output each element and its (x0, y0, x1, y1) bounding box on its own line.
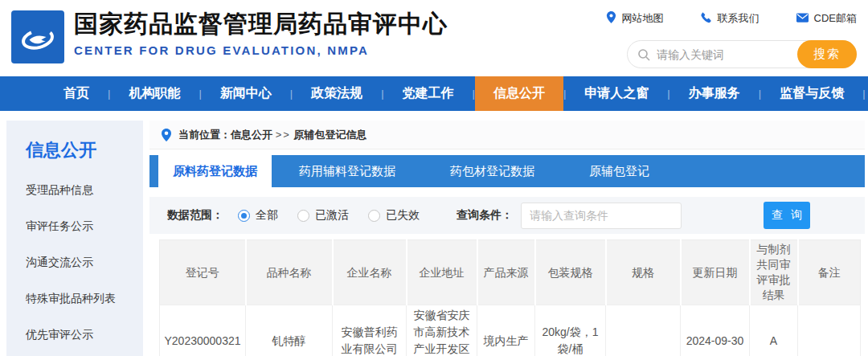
radio-circle-icon (238, 210, 250, 222)
main-nav: 首页|机构职能|新闻中心|政策法规|党建工作|信息公开|申请人之窗|办事服务|监… (0, 76, 868, 111)
cde-logo-swoosh-icon (15, 14, 60, 59)
cell-品种名称: 钆特醇 (246, 305, 333, 356)
radio-option-全部[interactable]: 全部 (238, 208, 278, 223)
cell-规格 (606, 305, 681, 356)
breadcrumb-current: 原辅包登记信息 (293, 129, 366, 141)
column-header-企业地址: 企业地址 (407, 240, 477, 305)
column-header-与制剂共同审评审批结果: 与制剂共同审评审批结果 (750, 240, 798, 305)
phone-icon (701, 12, 712, 26)
quick-link-label: 网站地图 (622, 11, 664, 26)
sidebar-item-优先审评公示[interactable]: 优先审评公示 (26, 328, 143, 342)
nav-item-首页[interactable]: 首页 (45, 76, 108, 111)
radio-option-已激活[interactable]: 已激活 (297, 208, 349, 223)
data-tabs: 原料药登记数据药用辅料登记数据药包材登记数据原辅包登记 (149, 155, 865, 187)
column-header-备注: 备注 (798, 240, 861, 305)
sidebar-item-受理品种信息[interactable]: 受理品种信息 (26, 183, 143, 198)
location-pin-icon (606, 11, 616, 26)
radio-option-已失效[interactable]: 已失效 (368, 208, 420, 223)
search-input[interactable] (657, 48, 797, 61)
location-pin-icon (161, 129, 172, 141)
cell-包装规格: 20kg/袋，1袋/桶 (535, 305, 606, 356)
quick-link-网站地图[interactable]: 网站地图 (606, 11, 664, 26)
column-header-更新日期: 更新日期 (681, 240, 750, 305)
nav-item-监督与反馈[interactable]: 监督与反馈 (761, 76, 862, 111)
breadcrumb-text: 当前位置：信息公开 >> 原辅包登记信息 (178, 128, 366, 142)
nav-item-机构职能[interactable]: 机构职能 (110, 76, 199, 111)
sidebar-title: 信息公开 (26, 138, 143, 162)
column-header-包装规格: 包装规格 (535, 240, 606, 305)
site-subtitle: CENTER FOR DRUG EVALUATION, NMPA (74, 43, 448, 57)
nav-item-党建工作[interactable]: 党建工作 (384, 76, 473, 111)
scope-radios: 全部已激活已失效 (238, 208, 420, 223)
table-header-row: 登记号品种名称企业名称企业地址产品来源包装规格规格更新日期与制剂共同审评审批结果… (160, 240, 861, 305)
radio-option-label: 全部 (256, 208, 278, 223)
cell-更新日期: 2024-09-30 (681, 305, 750, 356)
column-header-产品来源: 产品来源 (477, 240, 535, 305)
cde-logo (11, 10, 64, 63)
sidebar: 信息公开 受理品种信息审评任务公示沟通交流公示特殊审批品种列表优先审评公示突破性… (6, 121, 143, 356)
nav-item-登记备案平台[interactable]: 登记备案平台 (866, 76, 868, 111)
site-header: 国家药品监督管理局药品审评中心 CENTER FOR DRUG EVALUATI… (0, 0, 868, 76)
registration-table: 登记号品种名称企业名称企业地址产品来源包装规格规格更新日期与制剂共同审评审批结果… (159, 239, 861, 356)
breadcrumb-section[interactable]: 信息公开 (231, 129, 272, 141)
tab-原辅包登记[interactable]: 原辅包登记 (562, 155, 677, 187)
quick-link-CDE邮箱[interactable]: CDE邮箱 (796, 11, 857, 26)
cell-与制剂共同审评审批结果: A (750, 305, 798, 356)
column-header-规格: 规格 (606, 240, 681, 305)
cell-登记号: Y20230000321 (160, 305, 246, 356)
breadcrumb-separator: >> (276, 129, 291, 141)
main-area: 信息公开 受理品种信息审评任务公示沟通交流公示特殊审批品种列表优先审评公示突破性… (0, 111, 868, 356)
quick-link-联系我们[interactable]: 联系我们 (701, 11, 760, 26)
sidebar-item-特殊审批品种列表[interactable]: 特殊审批品种列表 (26, 292, 143, 306)
radio-circle-icon (297, 210, 309, 222)
mail-icon (796, 13, 809, 25)
cell-企业名称: 安徽普利药业有限公司 (333, 305, 407, 356)
column-header-企业名称: 企业名称 (333, 240, 407, 305)
tab-药包材登记数据[interactable]: 药包材登记数据 (423, 155, 562, 187)
tab-药用辅料登记数据[interactable]: 药用辅料登记数据 (272, 155, 423, 187)
search-icon (637, 48, 650, 61)
cell-企业地址: 安徽省安庆市高新技术产业开发区霓虹路58号 (407, 305, 477, 356)
nav-item-信息公开[interactable]: 信息公开 (475, 76, 563, 111)
tab-原料药登记数据[interactable]: 原料药登记数据 (158, 155, 272, 187)
table-row: Y20230000321钆特醇安徽普利药业有限公司安徽省安庆市高新技术产业开发区… (160, 305, 861, 356)
radio-option-label: 已失效 (386, 208, 420, 223)
radio-circle-icon (368, 210, 380, 222)
radio-option-label: 已激活 (315, 208, 349, 223)
quick-links: 网站地图联系我们CDE邮箱 (606, 11, 857, 26)
quick-link-label: CDE邮箱 (814, 11, 857, 26)
column-header-品种名称: 品种名称 (246, 240, 333, 305)
query-input[interactable] (521, 203, 682, 229)
quick-link-label: 联系我们 (718, 11, 760, 26)
nav-item-政策法规[interactable]: 政策法规 (293, 76, 381, 111)
cell-产品来源: 境内生产 (477, 305, 535, 356)
site-search: 搜索 (627, 40, 857, 68)
brand-block: 国家药品监督管理局药品审评中心 CENTER FOR DRUG EVALUATI… (74, 8, 448, 57)
scope-label: 数据范围： (167, 208, 223, 223)
content-panel: 当前位置：信息公开 >> 原辅包登记信息 原料药登记数据药用辅料登记数据药包材登… (149, 121, 865, 356)
nav-item-新闻中心[interactable]: 新闻中心 (202, 76, 290, 111)
filter-bar: 数据范围： 全部已激活已失效 查询条件： 查 询 (149, 197, 865, 234)
sidebar-list: 受理品种信息审评任务公示沟通交流公示特殊审批品种列表优先审评公示突破性治疗公示 (26, 183, 143, 356)
sidebar-item-沟通交流公示[interactable]: 沟通交流公示 (26, 256, 143, 270)
nav-item-申请人之窗[interactable]: 申请人之窗 (566, 76, 667, 111)
sidebar-item-审评任务公示[interactable]: 审评任务公示 (26, 219, 143, 234)
site-title: 国家药品监督管理局药品审评中心 (74, 8, 448, 40)
search-button[interactable]: 搜索 (797, 40, 857, 68)
cell-备注 (798, 305, 861, 356)
breadcrumb-location-label: 当前位置： (178, 129, 231, 141)
query-label: 查询条件： (457, 208, 513, 223)
query-button[interactable]: 查 询 (764, 202, 810, 229)
breadcrumb: 当前位置：信息公开 >> 原辅包登记信息 (149, 121, 865, 149)
nav-item-办事服务[interactable]: 办事服务 (670, 76, 759, 111)
column-header-登记号: 登记号 (160, 240, 246, 305)
